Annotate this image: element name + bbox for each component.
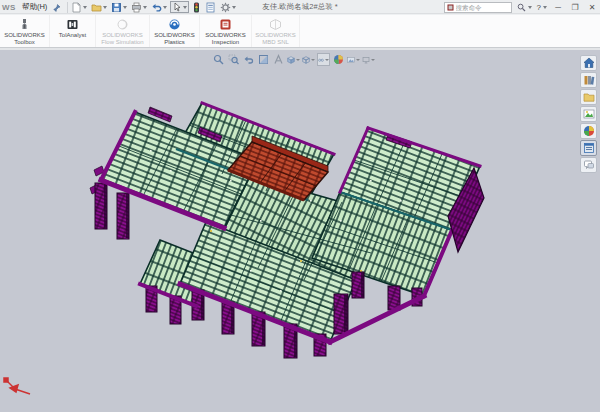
new-file-icon <box>71 2 82 13</box>
origin-triad <box>4 378 30 394</box>
search-dropdown-button[interactable] <box>517 3 532 12</box>
zoom-to-area-icon[interactable] <box>227 53 240 66</box>
appearances-scenes-icon[interactable] <box>580 123 597 139</box>
print-button[interactable] <box>130 1 148 13</box>
annotation-views-icon[interactable] <box>272 53 285 66</box>
tab-solidworks-mbd-snl[interactable]: SOLIDWORKS MBD SNL <box>252 15 300 47</box>
solidworks-search-icon <box>447 4 454 11</box>
edit-appearance-icon[interactable] <box>332 53 345 66</box>
tab-solidworks-flow-simulation[interactable]: SOLIDWORKS Flow Simulation <box>96 15 150 47</box>
view-settings-icon[interactable] <box>362 53 375 66</box>
divider <box>67 2 68 13</box>
plastics-icon <box>150 16 199 31</box>
tab-solidworks-inspection[interactable]: SOLIDWORKS Inspection <box>200 15 252 47</box>
help-label: ? <box>537 3 541 12</box>
print-icon <box>131 2 142 13</box>
solidworks-forum-icon[interactable] <box>580 157 597 173</box>
undo-button[interactable] <box>150 1 168 13</box>
command-manager-tabs: SOLIDWORKS Toolbox TolAnalyst SOLIDWORKS… <box>0 15 600 48</box>
undo-icon <box>151 2 162 13</box>
file-properties-icon <box>205 2 216 13</box>
view-orientation-icon[interactable] <box>287 53 300 66</box>
open-icon <box>91 2 102 13</box>
new-file-button[interactable] <box>70 1 88 13</box>
pin-icon[interactable] <box>53 0 61 16</box>
select-cursor-icon <box>172 2 182 12</box>
flow-simulation-icon <box>96 16 149 31</box>
previous-view-icon[interactable] <box>242 53 255 66</box>
apply-scene-icon[interactable] <box>347 53 360 66</box>
magnifier-icon <box>517 3 526 12</box>
select-button[interactable] <box>170 1 189 13</box>
traffic-light-icon <box>192 2 201 13</box>
task-pane-strip <box>580 55 599 173</box>
tab-solidworks-plastics[interactable]: SOLIDWORKS Plastics <box>150 15 200 47</box>
heads-up-toolbar <box>212 53 375 66</box>
tab-solidworks-toolbox[interactable]: SOLIDWORKS Toolbox <box>0 15 50 47</box>
close-button[interactable]: ✕ <box>586 3 598 12</box>
custom-properties-icon[interactable] <box>580 140 597 156</box>
3d-model-formwork-assembly[interactable] <box>0 50 600 412</box>
graphics-viewport[interactable] <box>0 50 600 412</box>
solidworks-resources-home-icon[interactable] <box>580 55 597 71</box>
rebuild-button[interactable] <box>191 1 202 13</box>
restore-button[interactable]: ❐ <box>569 3 581 12</box>
save-icon <box>111 2 122 13</box>
save-button[interactable] <box>110 1 128 13</box>
zoom-to-fit-icon[interactable] <box>212 53 225 66</box>
section-view-icon[interactable] <box>257 53 270 66</box>
mbd-snl-icon <box>252 16 299 31</box>
inspection-icon <box>200 16 251 31</box>
tolanalyst-icon <box>50 16 95 31</box>
file-properties-button[interactable] <box>204 1 217 13</box>
view-palette-icon[interactable] <box>580 106 597 122</box>
slab-panels <box>101 103 480 342</box>
minimize-button[interactable]: ─ <box>552 3 564 12</box>
search-box[interactable] <box>444 2 512 13</box>
solidworks-window: WS 帮助(H) <box>0 0 600 412</box>
file-explorer-icon[interactable] <box>580 89 597 105</box>
solidworks-logo-partial: WS <box>2 3 16 12</box>
quick-access-toolbar <box>70 1 237 13</box>
search-input[interactable] <box>456 4 508 11</box>
options-gear-icon <box>220 2 231 13</box>
menu-help[interactable]: 帮助(H) <box>20 2 49 12</box>
design-library-icon[interactable] <box>580 72 597 88</box>
help-button[interactable]: ? <box>537 3 547 12</box>
tab-tolanalyst[interactable]: TolAnalyst <box>50 15 96 47</box>
options-button[interactable] <box>219 1 237 13</box>
hide-show-items-icon[interactable] <box>317 53 330 66</box>
title-bar: WS 帮助(H) <box>0 0 600 14</box>
open-button[interactable] <box>90 1 108 13</box>
display-style-icon[interactable] <box>302 53 315 66</box>
toolbox-icon <box>0 16 49 31</box>
